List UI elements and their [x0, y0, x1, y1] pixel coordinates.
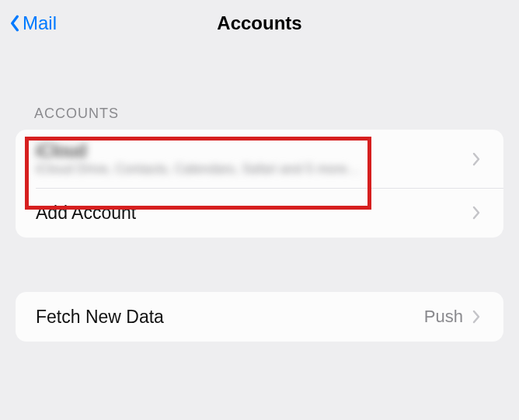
chevron-right-icon: [469, 306, 483, 328]
add-account-label: Add Account: [36, 203, 469, 224]
back-button[interactable]: Mail: [8, 0, 57, 47]
fetch-value: Push: [424, 307, 463, 327]
navbar: Mail Accounts: [0, 0, 519, 47]
account-row[interactable]: iCloud iCloud Drive, Contacts, Calendars…: [16, 130, 503, 188]
page-title: Accounts: [217, 12, 301, 34]
section-header-accounts: ACCOUNTS: [0, 47, 519, 130]
accounts-group: iCloud iCloud Drive, Contacts, Calendars…: [16, 130, 503, 238]
account-row-content: iCloud iCloud Drive, Contacts, Calendars…: [36, 141, 469, 177]
account-services: iCloud Drive, Contacts, Calendars, Safar…: [36, 161, 469, 177]
chevron-right-icon: [469, 202, 483, 224]
fetch-new-data-row[interactable]: Fetch New Data Push: [16, 292, 503, 342]
account-name: iCloud: [36, 141, 469, 161]
fetch-group: Fetch New Data Push: [16, 292, 503, 342]
chevron-right-icon: [469, 148, 483, 170]
add-account-row[interactable]: Add Account: [16, 188, 503, 238]
back-label: Mail: [23, 12, 57, 34]
chevron-left-icon: [8, 12, 22, 34]
fetch-label: Fetch New Data: [36, 307, 424, 328]
